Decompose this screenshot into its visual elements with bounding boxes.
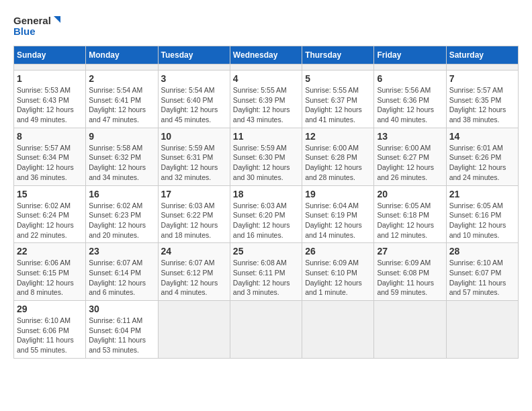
calendar-cell: [86, 64, 158, 71]
day-detail: Sunrise: 6:02 AMSunset: 6:24 PMDaylight:…: [17, 201, 83, 240]
calendar-cell: 18Sunrise: 6:03 AMSunset: 6:20 PMDayligh…: [230, 185, 302, 243]
day-detail: Sunrise: 6:01 AMSunset: 6:26 PMDaylight:…: [449, 143, 515, 183]
day-detail: Sunrise: 5:58 AMSunset: 6:32 PMDaylight:…: [89, 143, 154, 183]
day-number: 1: [17, 73, 83, 84]
calendar-cell: 29Sunrise: 6:10 AMSunset: 6:06 PMDayligh…: [14, 301, 86, 359]
calendar-cell: 28Sunrise: 6:10 AMSunset: 6:07 PMDayligh…: [446, 243, 518, 301]
day-number: 7: [449, 73, 515, 84]
day-detail: Sunrise: 6:11 AMSunset: 6:04 PMDaylight:…: [89, 316, 154, 355]
logo-svg: GeneralBlue: [13, 13, 62, 38]
calendar-cell: 23Sunrise: 6:07 AMSunset: 6:14 PMDayligh…: [86, 243, 158, 301]
day-header-tuesday: Tuesday: [158, 46, 230, 64]
day-number: 22: [17, 246, 83, 257]
day-header-friday: Friday: [374, 46, 446, 64]
day-header-sunday: Sunday: [14, 46, 86, 64]
day-detail: Sunrise: 5:57 AMSunset: 6:35 PMDaylight:…: [449, 85, 515, 125]
calendar-cell: 17Sunrise: 6:03 AMSunset: 6:22 PMDayligh…: [158, 185, 230, 243]
calendar-cell: [158, 301, 230, 359]
calendar-cell: 22Sunrise: 6:06 AMSunset: 6:15 PMDayligh…: [14, 243, 86, 301]
day-detail: Sunrise: 5:55 AMSunset: 6:37 PMDaylight:…: [305, 85, 371, 125]
calendar-cell: 10Sunrise: 5:59 AMSunset: 6:31 PMDayligh…: [158, 128, 230, 185]
day-number: 30: [89, 304, 154, 314]
day-detail: Sunrise: 6:00 AMSunset: 6:28 PMDaylight:…: [305, 143, 371, 183]
day-number: 5: [305, 73, 371, 84]
calendar-cell: [230, 64, 302, 71]
calendar-cell: 5Sunrise: 5:55 AMSunset: 6:37 PMDaylight…: [302, 71, 374, 128]
calendar-cell: [374, 301, 446, 359]
day-number: 2: [89, 73, 154, 84]
day-header-saturday: Saturday: [446, 46, 518, 64]
day-detail: Sunrise: 6:05 AMSunset: 6:18 PMDaylight:…: [377, 201, 443, 240]
calendar-cell: 16Sunrise: 6:02 AMSunset: 6:23 PMDayligh…: [86, 185, 158, 243]
day-detail: Sunrise: 6:02 AMSunset: 6:23 PMDaylight:…: [89, 201, 154, 240]
day-detail: Sunrise: 5:55 AMSunset: 6:39 PMDaylight:…: [233, 85, 299, 125]
day-detail: Sunrise: 5:59 AMSunset: 6:30 PMDaylight:…: [233, 143, 299, 183]
day-detail: Sunrise: 6:06 AMSunset: 6:15 PMDaylight:…: [17, 258, 83, 298]
day-detail: Sunrise: 5:57 AMSunset: 6:34 PMDaylight:…: [17, 143, 83, 183]
day-number: 21: [449, 189, 515, 199]
day-number: 11: [233, 131, 299, 142]
calendar-cell: 26Sunrise: 6:09 AMSunset: 6:10 PMDayligh…: [302, 243, 374, 301]
day-detail: Sunrise: 5:59 AMSunset: 6:31 PMDaylight:…: [161, 143, 227, 183]
day-number: 25: [233, 246, 299, 257]
day-detail: Sunrise: 5:54 AMSunset: 6:41 PMDaylight:…: [89, 85, 154, 125]
calendar-cell: 15Sunrise: 6:02 AMSunset: 6:24 PMDayligh…: [14, 185, 86, 243]
calendar-cell: 12Sunrise: 6:00 AMSunset: 6:28 PMDayligh…: [302, 128, 374, 185]
svg-text:General: General: [13, 15, 51, 26]
day-detail: Sunrise: 6:00 AMSunset: 6:27 PMDaylight:…: [377, 143, 443, 183]
calendar-cell: [302, 301, 374, 359]
day-detail: Sunrise: 6:10 AMSunset: 6:06 PMDaylight:…: [17, 316, 83, 355]
calendar-cell: 25Sunrise: 6:08 AMSunset: 6:11 PMDayligh…: [230, 243, 302, 301]
day-detail: Sunrise: 5:54 AMSunset: 6:40 PMDaylight:…: [161, 85, 227, 125]
calendar-cell: [446, 301, 518, 359]
day-detail: Sunrise: 6:10 AMSunset: 6:07 PMDaylight:…: [449, 258, 515, 298]
calendar-cell: 4Sunrise: 5:55 AMSunset: 6:39 PMDaylight…: [230, 71, 302, 128]
calendar-cell: 6Sunrise: 5:56 AMSunset: 6:36 PMDaylight…: [374, 71, 446, 128]
day-detail: Sunrise: 6:07 AMSunset: 6:14 PMDaylight:…: [89, 258, 154, 298]
day-detail: Sunrise: 6:05 AMSunset: 6:16 PMDaylight:…: [449, 201, 515, 240]
day-number: 15: [17, 189, 83, 199]
day-detail: Sunrise: 6:09 AMSunset: 6:10 PMDaylight:…: [305, 258, 371, 298]
day-number: 6: [377, 73, 443, 84]
logo: GeneralBlue: [13, 13, 62, 38]
day-detail: Sunrise: 6:08 AMSunset: 6:11 PMDaylight:…: [233, 258, 299, 298]
day-detail: Sunrise: 6:03 AMSunset: 6:20 PMDaylight:…: [233, 201, 299, 240]
day-header-monday: Monday: [86, 46, 158, 64]
day-header-wednesday: Wednesday: [230, 46, 302, 64]
day-number: 29: [17, 304, 83, 314]
day-number: 12: [305, 131, 371, 142]
day-number: 14: [449, 131, 515, 142]
calendar-cell: [158, 64, 230, 71]
calendar-cell: 13Sunrise: 6:00 AMSunset: 6:27 PMDayligh…: [374, 128, 446, 185]
svg-marker-2: [54, 16, 60, 23]
day-number: 13: [377, 131, 443, 142]
day-number: 28: [449, 246, 515, 257]
calendar-cell: 30Sunrise: 6:11 AMSunset: 6:04 PMDayligh…: [86, 301, 158, 359]
day-number: 4: [233, 73, 299, 84]
day-number: 23: [89, 246, 154, 257]
calendar-cell: 11Sunrise: 5:59 AMSunset: 6:30 PMDayligh…: [230, 128, 302, 185]
calendar-cell: 14Sunrise: 6:01 AMSunset: 6:26 PMDayligh…: [446, 128, 518, 185]
calendar-cell: 24Sunrise: 6:07 AMSunset: 6:12 PMDayligh…: [158, 243, 230, 301]
day-number: 10: [161, 131, 227, 142]
calendar-cell: [446, 64, 518, 71]
calendar-cell: 27Sunrise: 6:09 AMSunset: 6:08 PMDayligh…: [374, 243, 446, 301]
day-number: 17: [161, 189, 227, 199]
calendar-cell: 8Sunrise: 5:57 AMSunset: 6:34 PMDaylight…: [14, 128, 86, 185]
calendar-cell: 7Sunrise: 5:57 AMSunset: 6:35 PMDaylight…: [446, 71, 518, 128]
calendar-cell: [230, 301, 302, 359]
calendar-table: SundayMondayTuesdayWednesdayThursdayFrid…: [13, 46, 519, 359]
day-number: 26: [305, 246, 371, 257]
day-detail: Sunrise: 6:09 AMSunset: 6:08 PMDaylight:…: [377, 258, 443, 298]
calendar-cell: 9Sunrise: 5:58 AMSunset: 6:32 PMDaylight…: [86, 128, 158, 185]
day-number: 27: [377, 246, 443, 257]
day-detail: Sunrise: 6:04 AMSunset: 6:19 PMDaylight:…: [305, 201, 371, 240]
calendar-cell: 2Sunrise: 5:54 AMSunset: 6:41 PMDaylight…: [86, 71, 158, 128]
day-number: 24: [161, 246, 227, 257]
calendar-cell: 20Sunrise: 6:05 AMSunset: 6:18 PMDayligh…: [374, 185, 446, 243]
calendar-cell: 3Sunrise: 5:54 AMSunset: 6:40 PMDaylight…: [158, 71, 230, 128]
day-detail: Sunrise: 6:03 AMSunset: 6:22 PMDaylight:…: [161, 201, 227, 240]
day-header-thursday: Thursday: [302, 46, 374, 64]
day-number: 20: [377, 189, 443, 199]
calendar-cell: [302, 64, 374, 71]
